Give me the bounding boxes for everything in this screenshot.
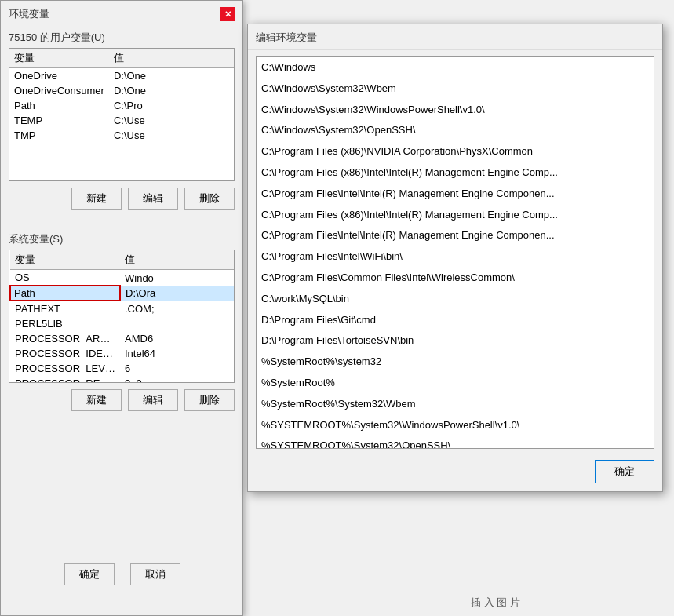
user-var-name: OneDrive — [9, 68, 109, 84]
user-vars-table-container: 变量 值 OneDriveD:\OneOneDriveConsumerD:\On… — [9, 48, 235, 181]
sys-var-row[interactable]: PROCESSOR_IDENTIFIERIntel64 — [10, 346, 234, 361]
divider — [9, 221, 235, 221]
path-list-item[interactable]: %SystemRoot%\system32 — [257, 352, 654, 373]
sys-var-value: Windo — [120, 270, 234, 286]
user-var-value: C:\Use — [109, 113, 234, 128]
close-button[interactable]: ✕ — [220, 7, 235, 21]
sys-var-value: D:\Ora — [120, 286, 234, 301]
edit-env-dialog: 编辑环境变量 C:\WindowsC:\Windows\System32\Wbe… — [247, 24, 663, 492]
sys-var-name: OS — [10, 270, 120, 286]
path-list-item[interactable]: C:\Program Files\Intel\WiFi\bin\ — [257, 246, 654, 268]
user-var-value: D:\One — [109, 68, 234, 84]
sys-var-row[interactable]: PROCESSOR_LEVEL6 — [10, 361, 234, 376]
sys-var-name: PROCESSOR_IDENTIFIER — [10, 346, 120, 361]
user-var-value: C:\Pro — [109, 98, 234, 113]
insert-img-label: 插 入 图 片 — [471, 596, 520, 608]
user-var-row[interactable]: OneDriveD:\One — [9, 68, 234, 84]
sys-var-name: PROCESSOR_ARCHITECTURE — [10, 331, 120, 346]
path-list-item[interactable]: C:\Windows\System32\Wbem — [257, 78, 654, 100]
user-var-name: Path — [9, 98, 109, 113]
sys-var-value: 0_0 — [120, 376, 234, 383]
path-list: C:\WindowsC:\Windows\System32\WbemC:\Win… — [257, 57, 654, 449]
edit-confirm-button[interactable]: 确定 — [595, 460, 654, 483]
cancel-button[interactable]: 取消 — [130, 563, 180, 585]
user-var-name: TEMP — [9, 113, 109, 128]
user-vars-label: 75150 的用户变量(U) — [1, 24, 242, 48]
path-list-item[interactable]: %SystemRoot% — [257, 373, 654, 394]
path-list-item[interactable]: D:\Program Files\Git\cmd — [257, 310, 654, 331]
delete-sys-var-button[interactable]: 删除 — [184, 389, 235, 411]
user-var-col-header: 变量 — [9, 49, 109, 68]
user-var-name: TMP — [9, 128, 109, 143]
path-list-item[interactable]: C:\Program Files (x86)\NVIDIA Corporatio… — [257, 141, 654, 162]
path-list-item[interactable]: C:\Windows\System32\OpenSSH\ — [257, 120, 654, 141]
sys-val-col-header: 值 — [120, 250, 234, 270]
path-list-item[interactable]: %SYSTEMROOT%\System32\WindowsPowerShell\… — [257, 415, 654, 436]
path-list-item[interactable]: C:\Windows\System32\WindowsPowerShell\v1… — [257, 100, 654, 121]
sys-var-row[interactable]: PERL5LIB — [10, 316, 234, 331]
system-vars-buttons: 新建 编辑 删除 — [1, 383, 242, 417]
sys-var-value — [120, 316, 234, 331]
system-vars-table: 变量 值 OSWindoPathD:\OraPATHEXT.COM;PERL5L… — [9, 250, 234, 383]
bottom-buttons: 确定 取消 — [1, 557, 244, 592]
sys-var-row[interactable]: OSWindo — [10, 270, 234, 286]
bottom-hint: 插 入 图 片 — [471, 596, 520, 610]
env-variables-window: 环境变量 ✕ 75150 的用户变量(U) 变量 值 OneDriveD:\On… — [0, 0, 243, 616]
sys-var-name: PROCESSOR_LEVEL — [10, 361, 120, 376]
edit-user-var-button[interactable]: 编辑 — [128, 188, 178, 210]
sys-var-row[interactable]: PROCESSOR_REVISION0_0 — [10, 376, 234, 383]
user-vars-table: 变量 值 OneDriveD:\OneOneDriveConsumerD:\On… — [9, 49, 234, 143]
sys-var-row[interactable]: PathD:\Ora — [10, 286, 234, 301]
path-list-item[interactable]: C:\work\MySQL\bin — [257, 289, 654, 310]
sys-var-value: Intel64 — [120, 346, 234, 361]
path-list-container[interactable]: C:\WindowsC:\Windows\System32\WbemC:\Win… — [256, 56, 654, 449]
sys-var-value: AMD6 — [120, 331, 234, 346]
path-list-item[interactable]: C:\Program Files\Intel\Intel(R) Manageme… — [257, 184, 654, 205]
path-list-item[interactable]: C:\Windows — [257, 57, 654, 78]
user-var-row[interactable]: TMPC:\Use — [9, 128, 234, 143]
new-user-var-button[interactable]: 新建 — [71, 188, 122, 210]
env-window-title: 环境变量 — [9, 7, 49, 21]
user-var-row[interactable]: OneDriveConsumerD:\One — [9, 83, 234, 98]
system-vars-label: 系统变量(S) — [1, 226, 242, 250]
sys-var-value: .COM; — [120, 301, 234, 316]
sys-var-name: PERL5LIB — [10, 316, 120, 331]
path-list-item[interactable]: C:\Program Files (x86)\Intel\Intel(R) Ma… — [257, 205, 654, 226]
path-list-item[interactable]: %SYSTEMROOT%\System32\OpenSSH\ — [257, 436, 654, 449]
env-title-bar: 环境变量 ✕ — [1, 1, 242, 24]
path-list-item[interactable]: %SystemRoot%\System32\Wbem — [257, 394, 654, 415]
confirm-button[interactable]: 确定 — [64, 563, 115, 585]
sys-var-col-header: 变量 — [10, 250, 120, 270]
edit-dialog-title-bar: 编辑环境变量 — [248, 24, 662, 50]
user-var-value: C:\Use — [109, 128, 234, 143]
new-sys-var-button[interactable]: 新建 — [71, 389, 122, 411]
user-var-row[interactable]: PathC:\Pro — [9, 98, 234, 113]
sys-var-row[interactable]: PROCESSOR_ARCHITECTUREAMD6 — [10, 331, 234, 346]
sys-var-name: Path — [10, 286, 120, 301]
sys-var-name: PROCESSOR_REVISION — [10, 376, 120, 383]
user-var-row[interactable]: TEMPC:\Use — [9, 113, 234, 128]
delete-user-var-button[interactable]: 删除 — [184, 188, 235, 210]
edit-sys-var-button[interactable]: 编辑 — [128, 389, 178, 411]
sys-var-value: 6 — [120, 361, 234, 376]
sys-var-name: PATHEXT — [10, 301, 120, 316]
path-list-item[interactable]: D:\Program Files\TortoiseSVN\bin — [257, 330, 654, 352]
system-vars-table-container: 变量 值 OSWindoPathD:\OraPATHEXT.COM;PERL5L… — [9, 250, 235, 383]
path-list-item[interactable]: C:\Program Files (x86)\Intel\Intel(R) Ma… — [257, 162, 654, 184]
user-val-col-header: 值 — [109, 49, 234, 68]
user-var-value: D:\One — [109, 83, 234, 98]
edit-dialog-title: 编辑环境变量 — [256, 31, 317, 45]
path-list-item[interactable]: C:\Program Files\Common Files\Intel\Wire… — [257, 268, 654, 289]
user-var-name: OneDriveConsumer — [9, 83, 109, 98]
path-list-item[interactable]: C:\Program Files\Intel\Intel(R) Manageme… — [257, 225, 654, 246]
sys-var-row[interactable]: PATHEXT.COM; — [10, 301, 234, 316]
edit-dialog-buttons: 确定 — [248, 455, 662, 491]
user-vars-buttons: 新建 编辑 删除 — [1, 181, 242, 216]
